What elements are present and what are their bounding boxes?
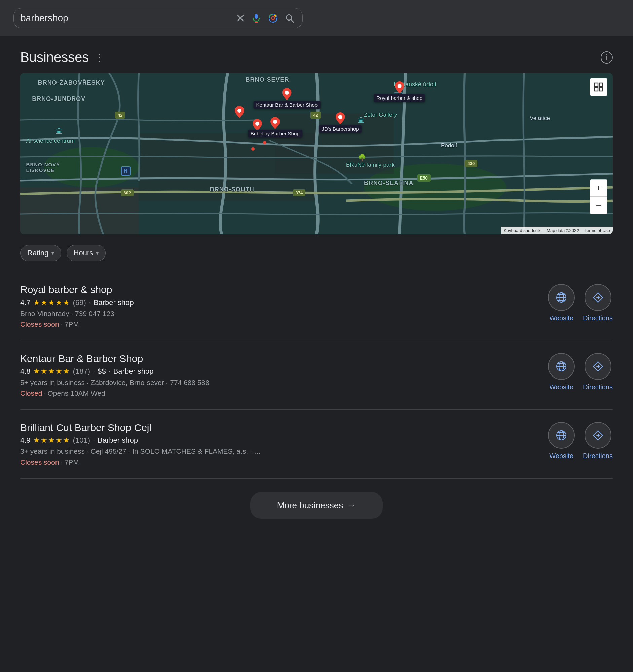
business-name-royal[interactable]: Royal barber & shop (20, 284, 535, 295)
hours-filter-button[interactable]: Hours ▾ (67, 245, 106, 261)
landmark-icon-1: 🏛 (56, 128, 63, 136)
map-attribution: Map data ©2022 (544, 226, 582, 234)
map-terms[interactable]: Terms of Use (582, 226, 613, 234)
business-rating-kentaur: 4.8 ★★★★★ (187) · $$ · Barber shop (20, 367, 535, 376)
directions-button-kentaur[interactable]: Directions (583, 353, 613, 391)
business-status-kentaur: Closed · Opens 10AM Wed (20, 389, 535, 397)
svg-rect-2 (255, 14, 258, 19)
business-name-kentaur[interactable]: Kentaur Bar & Barber Shop (20, 353, 535, 364)
map-pin-jds[interactable]: JD's Barbershop (319, 112, 361, 133)
svg-line-9 (291, 20, 294, 22)
price-kentaur: $$ (97, 367, 106, 376)
map-pin-kentaur[interactable]: Kentaur Bar & Barber Shop (254, 88, 321, 109)
hotel-icon: H (121, 166, 131, 176)
pin-label-royal: Royal barber & shop (374, 94, 425, 102)
map-label-south: BRNO-SOUTH (210, 186, 254, 193)
map-expand-button[interactable] (590, 78, 607, 96)
directions-label-royal: Directions (583, 314, 613, 322)
directions-button-brilliant[interactable]: Directions (583, 422, 613, 460)
more-options-button[interactable]: ⋮ (95, 52, 104, 63)
map-container[interactable]: BRNO-ŽABOVŘESKY BRNO-SEVER BRNO-JUNDROV … (20, 73, 613, 234)
rating-filter-chevron: ▾ (51, 250, 54, 257)
business-info-kentaur: Kentaur Bar & Barber Shop 4.8 ★★★★★ (187… (20, 353, 535, 397)
main-content: Businesses ⋮ i (0, 36, 633, 546)
map-pin-bubeliny[interactable]: Bubeliny Barber Shop (248, 117, 302, 138)
business-actions-royal: Website Directions (535, 284, 613, 322)
website-button-royal[interactable]: Website (548, 284, 575, 322)
directions-button-royal[interactable]: Directions (583, 284, 613, 322)
section-title-row: Businesses ⋮ (20, 50, 104, 65)
website-button-brilliant[interactable]: Website (548, 422, 575, 460)
more-businesses-button[interactable]: More businesses → (250, 492, 383, 519)
expand-icon (594, 82, 603, 92)
business-type-royal: Barber shop (94, 298, 134, 307)
map-zoom-out-button[interactable]: − (590, 197, 607, 214)
business-name-brilliant[interactable]: Brilliant Cut Barber Shop Cejl (20, 422, 535, 433)
map-zoom-in-button[interactable]: + (590, 179, 607, 197)
more-businesses-arrow: → (347, 500, 356, 511)
more-businesses-label: More businesses (277, 500, 344, 511)
hours-filter-chevron: ▾ (96, 250, 98, 257)
search-input-wrapper (14, 8, 303, 28)
svg-point-7 (275, 15, 277, 17)
directions-label-brilliant: Directions (583, 452, 613, 460)
website-label-royal: Website (549, 314, 573, 322)
website-icon-circle-kentaur (548, 353, 575, 380)
close-icon (236, 14, 244, 22)
business-detail-brilliant: 3+ years in business · Cejl 495/27 · In … (20, 448, 535, 456)
business-list: Royal barber & shop 4.7 ★★★★★ (69) · Bar… (20, 272, 613, 479)
pin-icon-royal (395, 81, 404, 93)
map-label-family-park: BRuN0-family-park (346, 162, 395, 168)
svg-point-20 (273, 120, 277, 124)
business-status-royal: Closes soon · 7PM (20, 320, 535, 329)
map-label-science: AI science centrum (26, 138, 75, 144)
status-time-kentaur: · Opens 10AM Wed (44, 389, 105, 397)
business-status-brilliant: Closes soon · 7PM (20, 458, 535, 466)
microphone-icon (251, 13, 261, 23)
pin-label-bubeliny: Bubeliny Barber Shop (248, 130, 302, 138)
map-label-slatina: BRNO-SLATINA (364, 179, 414, 187)
map-label-sever: BRNO-SEVER (245, 76, 289, 83)
road-badge-374: 374 (293, 189, 306, 196)
svg-point-18 (237, 109, 241, 113)
directions-icon-kentaur (592, 360, 604, 373)
rating-filter-button[interactable]: Rating ▾ (20, 245, 61, 261)
section-header: Businesses ⋮ i (20, 50, 613, 65)
pin-label-kentaur: Kentaur Bar & Barber Shop (254, 101, 321, 109)
business-rating-royal: 4.7 ★★★★★ (69) · Barber shop (20, 298, 535, 307)
svg-point-21 (338, 115, 342, 119)
map-label-zetor: Zetor Gallery (364, 112, 397, 118)
business-rating-brilliant: 4.9 ★★★★★ (101) · Barber shop (20, 436, 535, 445)
status-text-brilliant: Closes soon (20, 458, 59, 466)
business-info-brilliant: Brilliant Cut Barber Shop Cejl 4.9 ★★★★★… (20, 422, 535, 466)
map-keyboard-shortcuts[interactable]: Keyboard shortcuts (501, 226, 544, 234)
stars-kentaur: ★★★★★ (33, 367, 70, 376)
search-input[interactable] (21, 13, 231, 24)
road-badge-42a: 42 (115, 112, 125, 119)
business-info-royal: Royal barber & shop 4.7 ★★★★★ (69) · Bar… (20, 284, 535, 329)
svg-point-6 (272, 17, 275, 20)
business-type-brilliant: Barber shop (97, 436, 138, 445)
status-text-royal: Closes soon (20, 320, 59, 328)
globe-icon (555, 291, 567, 304)
map-label-velatice: Velatice (530, 115, 550, 122)
status-time-royal: · 7PM (61, 320, 79, 328)
globe-icon-brilliant (555, 429, 567, 441)
map-pin-brilliant[interactable] (235, 106, 244, 118)
website-button-kentaur[interactable]: Website (548, 353, 575, 391)
clear-search-button[interactable] (235, 13, 246, 24)
road-badge-430: 430 (465, 160, 477, 167)
map-pin-royal[interactable]: Royal barber & shop (374, 81, 425, 102)
directions-icon-circle-brilliant (585, 422, 611, 449)
svg-rect-25 (600, 88, 603, 91)
business-type-kentaur: Barber shop (113, 367, 154, 376)
search-button[interactable] (284, 12, 296, 24)
hours-filter-label: Hours (74, 249, 94, 258)
voice-search-button[interactable] (250, 12, 263, 25)
info-button[interactable]: i (601, 51, 613, 64)
stars-brilliant: ★★★★★ (33, 436, 70, 445)
svg-rect-4 (255, 22, 258, 23)
svg-rect-23 (600, 83, 603, 87)
camera-icon (268, 13, 278, 23)
image-search-button[interactable] (267, 12, 280, 25)
